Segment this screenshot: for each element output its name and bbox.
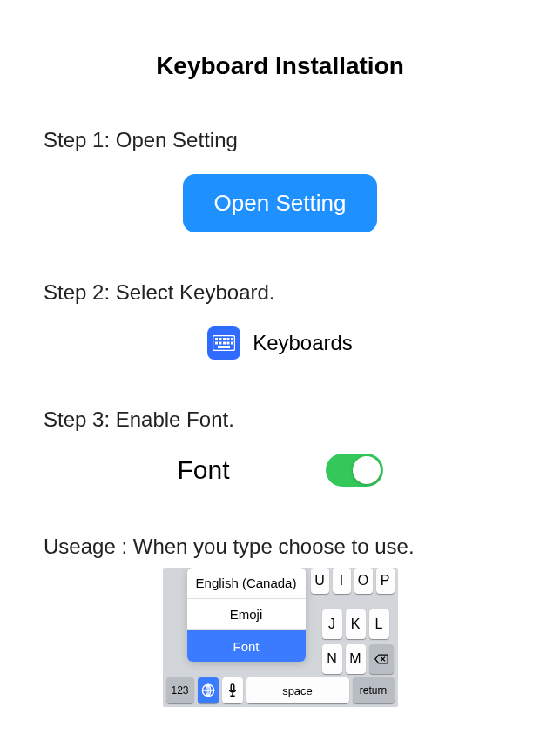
numbers-key[interactable]: 123 [166, 677, 194, 703]
svg-rect-6 [215, 342, 218, 345]
key-j[interactable]: J [322, 609, 342, 639]
key-p[interactable]: P [376, 568, 395, 594]
usage-section: Useage : When you type choose to use. U … [44, 535, 516, 707]
enable-font-toggle[interactable] [326, 454, 383, 487]
step-1: Step 1: Open Setting Open Setting [44, 128, 516, 232]
globe-icon [201, 683, 215, 697]
svg-rect-3 [223, 338, 226, 340]
mic-key[interactable] [222, 677, 243, 703]
key-m[interactable]: M [346, 644, 366, 674]
svg-rect-8 [223, 342, 226, 345]
step-2-heading: Step 2: Select Keyboard. [44, 280, 516, 305]
space-key[interactable]: space [246, 677, 349, 703]
page-title: Keyboard Installation [44, 52, 516, 80]
key-u[interactable]: U [311, 568, 329, 594]
keyboards-label: Keyboards [253, 331, 353, 355]
svg-rect-11 [218, 346, 230, 348]
backspace-icon [374, 653, 388, 665]
keyboard-icon [207, 326, 240, 360]
step-3-heading: Step 3: Enable Font. [44, 407, 516, 432]
svg-rect-13 [231, 684, 234, 691]
usage-heading: Useage : When you type choose to use. [44, 535, 516, 559]
keyboard-preview: U I O P J K L N M English (Canada) Emoji… [163, 568, 398, 707]
step-1-heading: Step 1: Open Setting [44, 128, 516, 152]
key-l[interactable]: L [369, 609, 389, 639]
svg-rect-2 [219, 338, 222, 340]
svg-rect-9 [227, 342, 230, 345]
open-setting-button[interactable]: Open Setting [183, 174, 378, 232]
key-i[interactable]: I [333, 568, 351, 594]
toggle-knob [353, 456, 381, 484]
keyboard-option-emoji[interactable]: Emoji [187, 599, 306, 630]
backspace-key[interactable] [369, 644, 394, 674]
step-2: Step 2: Select Keyboard. Keyboards [44, 280, 516, 360]
svg-rect-5 [231, 338, 233, 340]
key-k[interactable]: K [346, 609, 366, 639]
keyboard-option-font[interactable]: Font [187, 630, 306, 662]
microphone-icon [227, 683, 238, 697]
step-3: Step 3: Enable Font. Font [44, 407, 516, 487]
key-n[interactable]: N [322, 644, 342, 674]
svg-rect-1 [215, 338, 218, 340]
svg-rect-7 [219, 342, 222, 345]
key-o[interactable]: O [354, 568, 373, 594]
keyboard-switcher-popup: English (Canada) Emoji Font [187, 568, 306, 662]
svg-rect-10 [231, 342, 233, 345]
globe-key[interactable] [198, 677, 219, 703]
keyboards-settings-row[interactable]: Keyboards [44, 326, 516, 360]
keyboard-option-english[interactable]: English (Canada) [187, 568, 306, 599]
return-key[interactable]: return [353, 677, 395, 703]
font-toggle-label: Font [177, 455, 229, 485]
svg-rect-4 [227, 338, 230, 340]
